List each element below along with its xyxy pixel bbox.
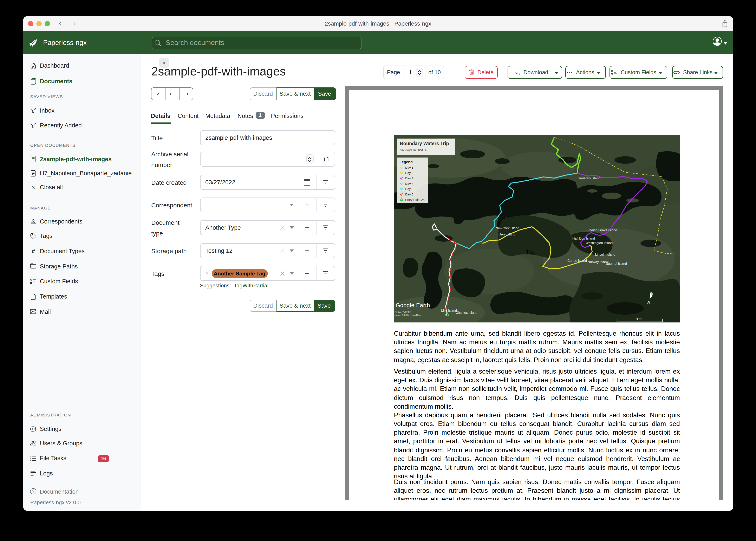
svg-text:Indian Grave Island: Indian Grave Island: [588, 228, 617, 232]
svg-text:Squirrel Island: Squirrel Island: [606, 262, 627, 265]
svg-text:Day 4: Day 4: [405, 182, 413, 185]
svg-text:Day 6: Day 6: [405, 192, 413, 196]
svg-text:Day 5: Day 5: [405, 187, 413, 191]
svg-text:Day 3: Day 3: [405, 176, 413, 180]
svg-text:Day 2: Day 2: [405, 171, 413, 175]
svg-text:© 2017 Google: © 2017 Google: [395, 310, 410, 313]
svg-text:Norway Island: Norway Island: [587, 260, 608, 264]
svg-text:Hausons Island: Hausons Island: [578, 176, 600, 180]
svg-text:New York Island: New York Island: [495, 226, 519, 230]
svg-text:Boundary Waters Trip: Boundary Waters Trip: [400, 141, 449, 146]
svg-text:Charlies Island: Charlies Island: [455, 311, 477, 314]
svg-text:Google Earth: Google Earth: [396, 302, 430, 308]
svg-text:Day 1: Day 1: [405, 166, 413, 169]
svg-text:Mile Island: Mile Island: [441, 308, 457, 312]
svg-text:Entry Point 24: Entry Point 24: [405, 198, 424, 201]
svg-text:Legend: Legend: [399, 160, 412, 164]
svg-text:Washington Island: Washington Island: [585, 241, 612, 245]
svg-text:N: N: [647, 299, 650, 305]
svg-text:Six days in BWCA: Six days in BWCA: [400, 148, 426, 152]
svg-text:Canoe Island: Canoe Island: [567, 259, 587, 262]
svg-text:Lincoln Island: Lincoln Island: [595, 253, 615, 256]
svg-text:Gary Island: Gary Island: [498, 233, 515, 236]
svg-text:Text: Text: [526, 249, 535, 255]
svg-text:Half Dog Island: Half Dog Island: [572, 237, 595, 240]
svg-text:Image © 2017 DigitalGlobe: Image © 2017 DigitalGlobe: [395, 313, 422, 316]
svg-text:3 mi: 3 mi: [636, 317, 642, 321]
